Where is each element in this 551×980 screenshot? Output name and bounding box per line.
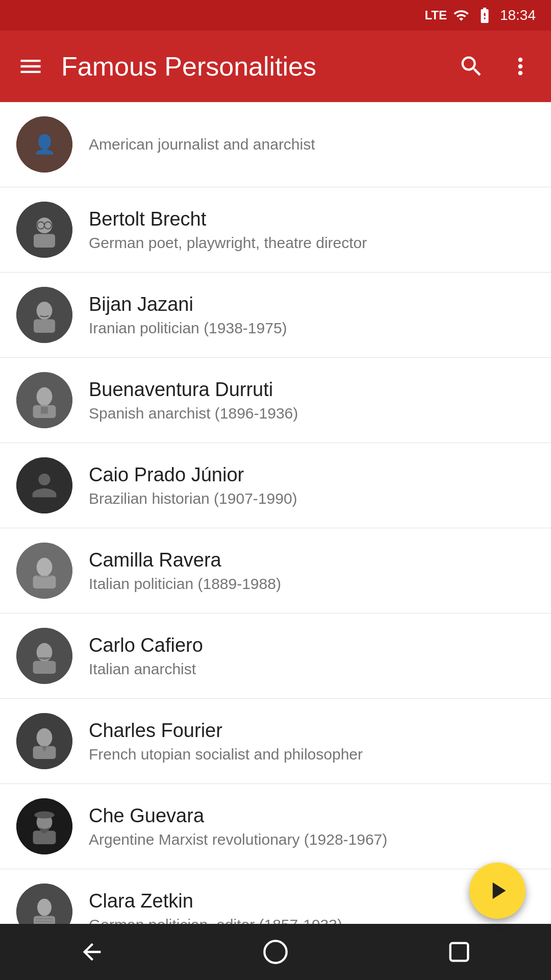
item-text: Bijan Jazani Iranian politician (1938-19…	[89, 293, 535, 337]
avatar	[16, 202, 72, 258]
avatar	[16, 287, 72, 343]
item-text: Caio Prado Júnior Brazilian historian (1…	[89, 464, 535, 507]
signal-icon: LTE	[424, 8, 447, 22]
list-item[interactable]: 👤 American journalist and anarchist	[0, 102, 551, 187]
svg-rect-25	[450, 943, 468, 961]
avatar	[16, 543, 72, 599]
svg-rect-9	[41, 407, 48, 414]
item-text: Buenaventura Durruti Spanish anarchist (…	[89, 379, 535, 422]
list-item[interactable]: Buenaventura Durruti Spanish anarchist (…	[0, 358, 551, 443]
svg-point-24	[264, 941, 286, 963]
page-title: Famous Personalities	[61, 51, 441, 82]
home-button[interactable]	[245, 932, 306, 972]
item-name: Camilla Ravera	[89, 549, 535, 571]
battery-icon	[475, 6, 494, 24]
bottom-navigation	[0, 924, 551, 980]
item-text: Bertolt Brecht German poet, playwright, …	[89, 208, 535, 252]
item-text: American journalist and anarchist	[89, 136, 535, 153]
item-text: Camilla Ravera Italian politician (1889-…	[89, 549, 535, 593]
svg-rect-1	[34, 234, 55, 248]
list-item[interactable]: Bertolt Brecht German poet, playwright, …	[0, 187, 551, 273]
list-item[interactable]: Che Guevara Argentine Marxist revolution…	[0, 784, 551, 869]
item-description: American journalist and anarchist	[89, 136, 535, 153]
personalities-list: 👤 American journalist and anarchist Bert…	[0, 102, 551, 954]
signal-bars-icon	[453, 7, 469, 23]
item-name: Bijan Jazani	[89, 293, 535, 315]
item-description: German poet, playwright, theatre directo…	[89, 234, 535, 252]
back-button[interactable]	[61, 932, 122, 972]
list-item[interactable]: Charles Fourier French utopian socialist…	[0, 699, 551, 784]
item-description: French utopian socialist and philosopher	[89, 746, 535, 763]
recents-button[interactable]	[429, 932, 490, 972]
avatar	[16, 713, 72, 769]
item-description: Italian politician (1889-1988)	[89, 575, 535, 593]
svg-point-14	[37, 728, 53, 747]
avatar	[16, 798, 72, 854]
menu-button[interactable]	[12, 48, 49, 85]
svg-point-19	[37, 899, 52, 916]
clock: 18:34	[500, 7, 536, 23]
item-text: Che Guevara Argentine Marxist revolution…	[89, 805, 535, 848]
status-icons: LTE 18:34	[424, 6, 536, 24]
list-item[interactable]: Carlo Cafiero Italian anarchist	[0, 614, 551, 699]
item-name: Che Guevara	[89, 805, 535, 827]
item-description: Iranian politician (1938-1975)	[89, 320, 535, 337]
list-item[interactable]: Camilla Ravera Italian politician (1889-…	[0, 528, 551, 614]
search-button[interactable]	[453, 48, 490, 85]
list-item[interactable]: Caio Prado Júnior Brazilian historian (1…	[0, 443, 551, 528]
more-options-button[interactable]	[502, 48, 539, 85]
avatar: 👤	[16, 116, 72, 173]
list-item[interactable]: Bijan Jazani Iranian politician (1938-19…	[0, 273, 551, 358]
item-description: Italian anarchist	[89, 660, 535, 678]
item-name: Carlo Cafiero	[89, 634, 535, 656]
avatar	[16, 372, 72, 428]
item-description: Argentine Marxist revolutionary (1928-19…	[89, 831, 535, 848]
item-description: Brazilian historian (1907-1990)	[89, 490, 535, 507]
item-name: Clara Zetkin	[89, 890, 535, 912]
svg-rect-6	[34, 319, 55, 333]
item-text: Carlo Cafiero Italian anarchist	[89, 634, 535, 678]
item-name: Charles Fourier	[89, 720, 535, 742]
svg-point-7	[37, 387, 53, 406]
status-bar: LTE 18:34	[0, 0, 551, 31]
item-name: Caio Prado Júnior	[89, 464, 535, 486]
app-bar: Famous Personalities	[0, 31, 551, 102]
item-name: Buenaventura Durruti	[89, 379, 535, 401]
avatar	[16, 457, 72, 513]
play-fab[interactable]	[469, 863, 525, 919]
svg-rect-13	[33, 661, 56, 674]
svg-point-18	[34, 812, 54, 819]
item-text: Charles Fourier French utopian socialist…	[89, 720, 535, 763]
avatar	[16, 628, 72, 684]
item-description: Spanish anarchist (1896-1936)	[89, 405, 535, 422]
svg-point-10	[37, 558, 53, 576]
item-name: Bertolt Brecht	[89, 208, 535, 230]
